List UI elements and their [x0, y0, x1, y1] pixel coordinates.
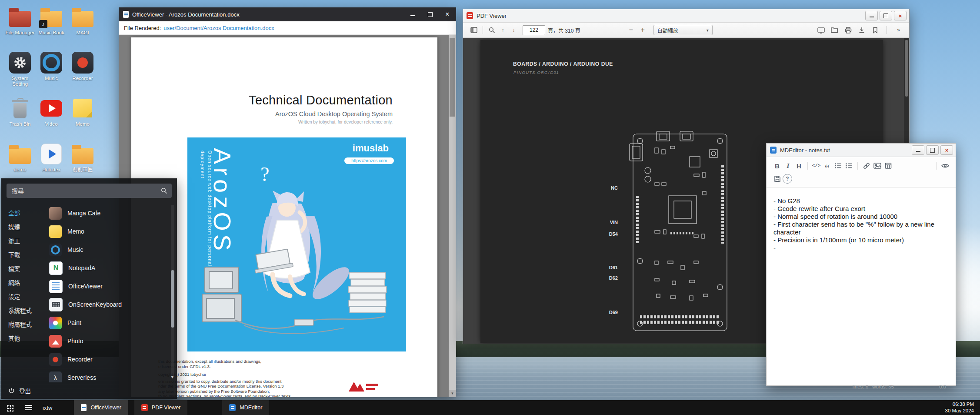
- search-input[interactable]: [11, 187, 161, 195]
- unordered-list-button[interactable]: [833, 161, 843, 171]
- more-tools-icon[interactable]: »: [893, 25, 904, 36]
- markdown-editor-text[interactable]: - No G28 - Gcode rewrite after Cura exor…: [767, 187, 956, 252]
- minimize-button[interactable]: [404, 7, 421, 21]
- app-item-notepada[interactable]: N NotepadA: [45, 259, 177, 277]
- category-settings[interactable]: 設定: [1, 290, 45, 304]
- desktop-icon-label: MAGI: [76, 30, 89, 36]
- maximize-button[interactable]: [880, 11, 892, 20]
- sidebar-toggle-icon[interactable]: [468, 25, 479, 36]
- save-button[interactable]: [772, 174, 783, 184]
- heading-button[interactable]: H: [793, 161, 804, 171]
- logout-button[interactable]: 登出: [1, 382, 177, 399]
- bookmark-icon[interactable]: [870, 25, 880, 36]
- category-office[interactable]: 辦工: [1, 234, 45, 248]
- scrollbar[interactable]: ▼: [449, 35, 456, 397]
- music-icon: [49, 244, 62, 256]
- desktop-icon-music-bank[interactable]: ♪ Music Bank: [36, 5, 67, 45]
- pdf-icon: [467, 12, 473, 19]
- search-icon: [161, 187, 167, 194]
- download-icon[interactable]: [856, 25, 867, 36]
- pdf-titlebar[interactable]: PDF Viewer ×: [463, 9, 909, 23]
- app-item-photo[interactable]: Photo: [45, 332, 177, 350]
- gear-icon: [8, 51, 32, 74]
- italic-button[interactable]: I: [783, 161, 793, 171]
- category-files[interactable]: 檔案: [1, 262, 45, 276]
- desktop-icon-video[interactable]: Video: [36, 97, 67, 137]
- desktop-icon-demo[interactable]: demo: [4, 142, 36, 182]
- open-file-icon[interactable]: [829, 25, 840, 36]
- category-all[interactable]: 全部: [1, 207, 45, 221]
- desktop-icon-recorder[interactable]: Recorder: [67, 51, 98, 91]
- imuslab-brand: imuslab: [353, 143, 389, 154]
- mdeditor-titlebar[interactable]: MDEditor - notes.txt ×: [767, 144, 956, 157]
- category-system[interactable]: 系統程式: [1, 304, 45, 318]
- app-item-music[interactable]: Music: [45, 241, 177, 259]
- close-button[interactable]: ×: [894, 11, 907, 20]
- pin-label: D54: [592, 231, 618, 237]
- close-button[interactable]: ×: [940, 145, 953, 155]
- desktop-icon-trash-bin[interactable]: Trash Bin: [4, 97, 36, 137]
- category-media[interactable]: 媒體: [1, 221, 45, 234]
- minimize-button[interactable]: [865, 11, 878, 20]
- scrollbar[interactable]: ▾: [171, 205, 174, 378]
- category-download[interactable]: 下載: [1, 248, 45, 262]
- file-rendered-bar: File Rendered: user/Document/Arozos Docu…: [119, 21, 456, 35]
- next-page-button[interactable]: ↓: [508, 25, 519, 36]
- desktop-icon-music[interactable]: Music: [36, 51, 67, 91]
- desktop-icon-memo[interactable]: Memo: [67, 97, 98, 137]
- start-menu-search[interactable]: [7, 184, 172, 198]
- category-others[interactable]: 其他: [1, 332, 45, 346]
- scrollbar-thumb[interactable]: [171, 270, 174, 328]
- officeviewer-titlebar[interactable]: OfficeViewer - Arozos Documentation.docx…: [119, 7, 456, 21]
- start-button[interactable]: [0, 400, 19, 415]
- image-button[interactable]: [872, 161, 883, 171]
- file-rendered-link[interactable]: user/Document/Arozos Documentation.docx: [163, 25, 274, 31]
- app-item-serverless[interactable]: λ Serverless: [45, 368, 177, 382]
- scrollbar-thumb[interactable]: [905, 40, 908, 97]
- zoom-in-button[interactable]: +: [637, 25, 648, 36]
- maximize-button[interactable]: [926, 145, 939, 155]
- app-item-officeviewer[interactable]: OfficeViewer: [45, 277, 177, 295]
- license-text: this documentation, except all illustrat…: [158, 359, 345, 397]
- minimize-button[interactable]: [912, 145, 924, 155]
- desktop-icon-file-manager[interactable]: File Manager: [4, 5, 36, 45]
- print-icon[interactable]: [843, 25, 853, 36]
- app-item-paint[interactable]: Paint: [45, 314, 177, 332]
- desktop-icon-label: Music Bank: [38, 30, 64, 36]
- help-button[interactable]: ?: [783, 174, 792, 184]
- app-item-manga-cafe[interactable]: Manga Cafe: [45, 204, 177, 222]
- preview-eye-button[interactable]: [940, 161, 950, 171]
- desktop-icon-workshop[interactable]: 創削工匠: [67, 142, 98, 182]
- app-item-memo[interactable]: Memo: [45, 222, 177, 241]
- code-button[interactable]: </>: [811, 161, 822, 171]
- desktop-icon-system-setting[interactable]: System Setting: [4, 51, 36, 91]
- scrollbar-thumb[interactable]: [450, 38, 455, 117]
- quote-button[interactable]: “: [822, 158, 833, 174]
- task-mdeditor[interactable]: MDEditor: [222, 400, 269, 415]
- bold-button[interactable]: B: [772, 161, 783, 171]
- menu-button[interactable]: [19, 400, 38, 415]
- table-button[interactable]: [883, 161, 893, 171]
- app-item-recorder[interactable]: Recorder: [45, 350, 177, 368]
- desktop-icon-magi[interactable]: MAGI: [67, 5, 98, 45]
- desktop-icon-label: Recorder: [72, 76, 93, 81]
- previous-page-button[interactable]: ↑: [497, 25, 508, 36]
- zoom-out-button[interactable]: −: [626, 25, 637, 36]
- page-number-input[interactable]: [523, 25, 545, 35]
- search-icon[interactable]: [487, 25, 497, 36]
- maximize-button[interactable]: [421, 7, 439, 21]
- task-officeviewer[interactable]: OfficeViewer: [74, 400, 128, 415]
- scroll-down-button[interactable]: ▼: [449, 390, 456, 397]
- task-pdf-viewer[interactable]: PDF Viewer: [134, 400, 187, 415]
- link-button[interactable]: [861, 161, 872, 171]
- app-item-onscreenkeyboard[interactable]: OnScreenKeyboard: [45, 295, 177, 314]
- close-button[interactable]: ×: [439, 7, 456, 21]
- category-accessories[interactable]: 附屬程式: [1, 318, 45, 332]
- ordered-list-button[interactable]: [843, 161, 854, 171]
- music-bank-icon: ♪: [40, 5, 63, 29]
- category-network[interactable]: 網絡: [1, 276, 45, 290]
- presentation-mode-icon[interactable]: [816, 25, 827, 36]
- video-play-icon: [40, 97, 63, 120]
- desktop-icon-holodex[interactable]: Holodex: [36, 142, 67, 182]
- zoom-select[interactable]: 自動縮放 ▾: [653, 25, 713, 35]
